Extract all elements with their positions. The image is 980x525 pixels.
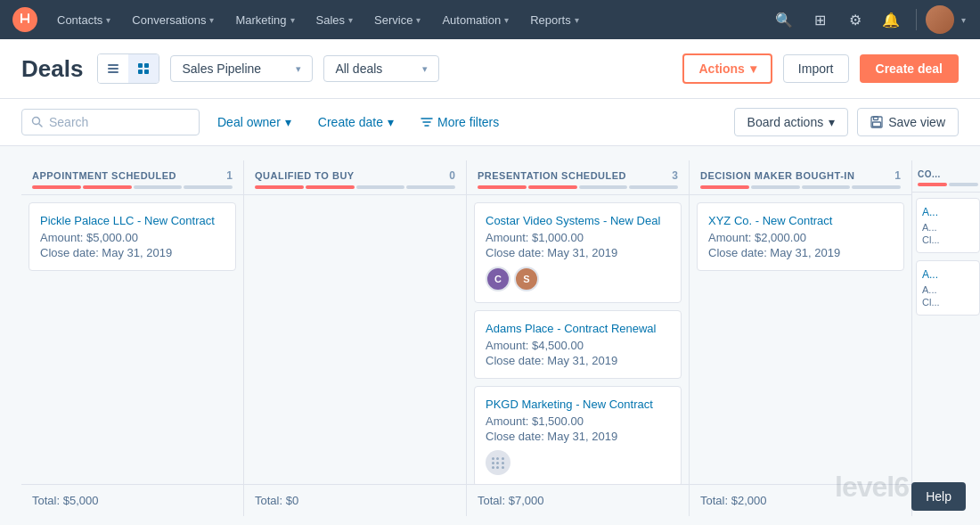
help-button[interactable]: Help: [911, 482, 966, 511]
deal-avatar: [486, 450, 510, 475]
svg-rect-4: [144, 63, 149, 68]
grid-view-button[interactable]: [128, 54, 159, 83]
nav-service[interactable]: Service ▾: [363, 0, 431, 39]
chevron-down-icon: ▾: [209, 15, 214, 25]
create-date-filter[interactable]: Create date ▾: [309, 110, 403, 135]
search-box[interactable]: [21, 109, 200, 135]
settings-icon[interactable]: ⚙: [839, 4, 871, 36]
hubspot-logo[interactable]: [11, 5, 39, 34]
deal-card[interactable]: Pickle Palace LLC - New Contract Amount:…: [29, 202, 236, 271]
search-input[interactable]: [49, 115, 174, 129]
column-bars: [255, 185, 455, 189]
deal-owner-filter[interactable]: Deal owner ▾: [208, 110, 300, 135]
deal-card[interactable]: A... A... Cl...: [916, 260, 980, 316]
chevron-down-icon: ▾: [575, 15, 579, 25]
column-bars: [32, 185, 233, 189]
column-count: 3: [672, 169, 678, 182]
deal-card[interactable]: A... A... Cl...: [916, 198, 980, 253]
chevron-down-icon: ▾: [750, 62, 756, 76]
column-body: Costar Video Systems - New Deal Amount: …: [467, 195, 689, 484]
deal-filter-selector[interactable]: All deals ▾: [323, 55, 439, 82]
column-title: PRESENTATION SCHEDULED: [478, 170, 626, 181]
column-title: APPOINTMENT SCHEDULED: [32, 170, 176, 181]
avatar[interactable]: [926, 5, 954, 34]
column-body: Pickle Palace LLC - New Contract Amount:…: [21, 195, 243, 484]
svg-rect-9: [874, 117, 878, 120]
column-bars: [700, 185, 901, 189]
page-header: Deals Sales Pipeline ▾ All deals ▾ Actio…: [0, 39, 980, 99]
deal-close-date: Close date: May 31, 2019: [486, 430, 670, 443]
chevron-down-icon: ▾: [422, 63, 428, 75]
deal-close-date: Close date: May 31, 2019: [708, 246, 893, 259]
import-button[interactable]: Import: [783, 54, 849, 83]
column-count: 1: [894, 169, 901, 182]
deal-amount: Amount: $4,500.00: [486, 339, 670, 352]
column-body: XYZ Co. - New Contract Amount: $2,000.00…: [690, 195, 911, 484]
nav-conversations[interactable]: Conversations ▾: [121, 0, 225, 39]
deal-title[interactable]: Costar Video Systems - New Deal: [486, 214, 670, 227]
marketplace-icon[interactable]: ⊞: [804, 4, 836, 36]
column-header: QUALIFIED TO BUY 0: [244, 160, 466, 195]
chevron-down-icon: ▾: [290, 15, 295, 25]
chevron-down-icon: ▾: [829, 115, 835, 129]
pipeline-selector[interactable]: Sales Pipeline ▾: [170, 55, 313, 82]
kanban-column: PRESENTATION SCHEDULED 3 Costar Video Sy…: [467, 160, 690, 516]
column-header: PRESENTATION SCHEDULED 3: [467, 160, 689, 195]
create-deal-button[interactable]: Create deal: [860, 54, 959, 83]
column-total: Total: $7,000: [467, 484, 689, 516]
nav-reports[interactable]: Reports ▾: [519, 0, 590, 39]
deal-close-date: Close date: May 31, 2019: [40, 246, 225, 259]
svg-rect-6: [144, 70, 149, 74]
kanban-column: APPOINTMENT SCHEDULED 1 Pickle Palace LL…: [21, 160, 244, 516]
chevron-down-icon: ▾: [285, 115, 291, 129]
nav-automation[interactable]: Automation ▾: [431, 0, 519, 39]
nav-divider: [916, 9, 917, 30]
search-icon[interactable]: 🔍: [768, 4, 800, 36]
svg-rect-5: [138, 70, 143, 74]
save-view-button[interactable]: Save view: [857, 108, 959, 136]
account-chevron[interactable]: ▾: [958, 0, 969, 39]
notifications-icon[interactable]: 🔔: [875, 4, 907, 36]
page-title: Deals: [21, 55, 83, 83]
column-header: APPOINTMENT SCHEDULED 1: [21, 160, 243, 195]
deal-close-date: Close date: May 31, 2019: [486, 246, 670, 259]
column-title: CO...: [918, 169, 941, 179]
chevron-down-icon: ▾: [961, 15, 966, 25]
svg-rect-2: [108, 71, 118, 73]
top-navigation: Contacts ▾ Conversations ▾ Marketing ▾ S…: [0, 0, 980, 39]
save-icon: [870, 116, 883, 128]
column-title: DECISION MAKER BOUGHT-IN: [700, 170, 854, 181]
deal-title[interactable]: Adams Place - Contract Renewal: [486, 322, 670, 335]
column-count: 0: [449, 169, 455, 182]
more-filters-button[interactable]: More filters: [412, 110, 508, 135]
column-count: 1: [226, 169, 233, 182]
actions-button[interactable]: Actions ▾: [682, 53, 772, 84]
nav-sales[interactable]: Sales ▾: [306, 0, 364, 39]
column-total: Total: $2,000: [690, 484, 911, 516]
nav-marketing[interactable]: Marketing ▾: [225, 0, 305, 39]
deal-amount: Amount: $1,500.00: [486, 414, 670, 428]
column-bars: [478, 185, 678, 189]
nav-utility-icons: 🔍 ⊞ ⚙ 🔔 ▾: [768, 0, 969, 39]
column-total: Total: $0: [244, 484, 466, 516]
deal-amount: Amount: $2,000.00: [708, 231, 893, 244]
column-title: QUALIFIED TO BUY: [255, 170, 355, 181]
deal-card[interactable]: XYZ Co. - New Contract Amount: $2,000.00…: [697, 202, 904, 271]
deal-title[interactable]: Pickle Palace LLC - New Contract: [40, 214, 225, 227]
nav-contacts[interactable]: Contacts ▾: [46, 0, 121, 39]
deal-card[interactable]: PKGD Marketing - New Contract Amount: $1…: [474, 386, 682, 484]
deal-close-date: Close date: May 31, 2019: [486, 354, 670, 367]
list-view-button[interactable]: [98, 54, 128, 83]
svg-rect-1: [108, 68, 118, 70]
svg-point-7: [33, 118, 40, 125]
svg-rect-3: [138, 63, 143, 68]
board-actions-button[interactable]: Board actions ▾: [734, 108, 849, 136]
chevron-down-icon: ▾: [416, 15, 421, 25]
deal-title[interactable]: XYZ Co. - New Contract: [708, 214, 893, 227]
kanban-board: APPOINTMENT SCHEDULED 1 Pickle Palace LL…: [0, 146, 980, 525]
chevron-down-icon: ▾: [388, 115, 394, 129]
deal-card[interactable]: Costar Video Systems - New Deal Amount: …: [474, 202, 682, 303]
deal-card[interactable]: Adams Place - Contract Renewal Amount: $…: [474, 310, 682, 379]
chevron-down-icon: ▾: [106, 15, 110, 25]
deal-title[interactable]: PKGD Marketing - New Contract: [486, 398, 670, 411]
